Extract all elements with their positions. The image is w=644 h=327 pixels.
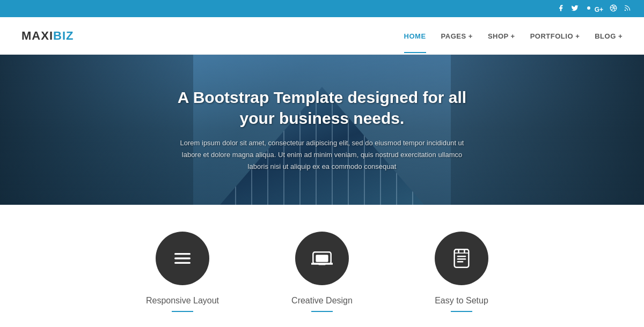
svg-rect-4 xyxy=(174,262,191,264)
feature-creative: Creative Design xyxy=(274,232,370,312)
feature-underline-setup xyxy=(451,311,472,312)
navbar: MAXIBIZ HOME PAGES + SHOP + PORTFOLIO + … xyxy=(0,17,644,55)
googleplus-icon[interactable]: G+ xyxy=(585,4,603,13)
hero-title: A Bootstrap Template designed for all yo… xyxy=(172,87,472,129)
feature-icon-setup xyxy=(435,232,488,285)
feature-label-creative: Creative Design xyxy=(291,296,353,306)
nav-item-shop[interactable]: SHOP + xyxy=(488,31,515,41)
hero-subtitle: Lorem ipsum dolor sit amet, consectetur … xyxy=(172,137,472,173)
nav-item-pages[interactable]: PAGES + xyxy=(441,31,473,41)
twitter-icon[interactable] xyxy=(571,4,579,13)
rss-icon[interactable] xyxy=(624,4,631,13)
logo-accent: BIZ xyxy=(53,29,74,42)
svg-point-1 xyxy=(625,10,625,10)
feature-label-setup: Easy to Setup xyxy=(435,296,488,306)
facebook-icon[interactable] xyxy=(557,4,565,13)
nav-item-home[interactable]: HOME xyxy=(404,31,426,41)
svg-rect-7 xyxy=(318,264,325,265)
feature-underline-responsive xyxy=(172,311,193,312)
svg-rect-9 xyxy=(457,256,466,257)
dribbble-icon[interactable] xyxy=(610,4,617,13)
feature-label-responsive: Responsive Layout xyxy=(146,296,219,306)
nav-links: HOME PAGES + SHOP + PORTFOLIO + BLOG + xyxy=(404,31,623,41)
laptop-icon xyxy=(311,248,333,269)
book-icon xyxy=(451,248,472,269)
svg-rect-3 xyxy=(174,257,191,259)
hero-section: A Bootstrap Template designed for all yo… xyxy=(0,55,644,205)
svg-rect-13 xyxy=(464,249,465,253)
nav-item-portfolio[interactable]: PORTFOLIO + xyxy=(530,31,580,41)
menu-icon xyxy=(172,248,193,269)
feature-icon-responsive xyxy=(156,232,209,285)
svg-rect-2 xyxy=(174,253,191,255)
logo[interactable]: MAXIBIZ xyxy=(21,29,74,43)
hero-content: A Bootstrap Template designed for all yo… xyxy=(161,87,483,173)
feature-underline-creative xyxy=(311,311,333,312)
svg-rect-6 xyxy=(316,255,328,262)
top-bar: G+ xyxy=(0,0,644,17)
svg-rect-10 xyxy=(457,258,466,260)
svg-rect-11 xyxy=(457,261,464,263)
nav-item-blog[interactable]: BLOG + xyxy=(595,31,623,41)
feature-icon-creative xyxy=(295,232,349,285)
features-section: Responsive Layout Creative Design xyxy=(0,205,644,327)
svg-rect-12 xyxy=(458,249,459,253)
feature-responsive: Responsive Layout xyxy=(134,232,231,312)
feature-setup: Easy to Setup xyxy=(413,232,510,312)
